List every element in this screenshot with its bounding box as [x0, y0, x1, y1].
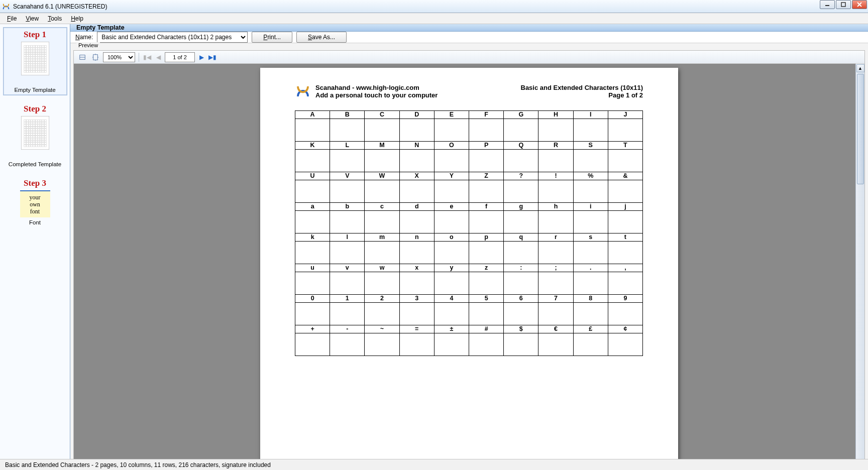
cell-character-label: C	[365, 111, 399, 119]
close-button[interactable]	[852, 0, 867, 9]
grid-cell: ?	[503, 172, 538, 203]
cell-character-label: G	[504, 111, 538, 119]
print-button[interactable]: Print...	[252, 32, 292, 43]
maximize-button[interactable]	[836, 0, 851, 9]
step3-card[interactable]: Step 3 your own font Font	[3, 176, 67, 228]
cell-character-label: U	[295, 172, 330, 180]
minimize-button[interactable]	[820, 0, 835, 9]
cell-character-label: ±	[435, 325, 469, 333]
svg-rect-1	[841, 3, 845, 7]
scroll-thumb[interactable]	[857, 74, 864, 184]
step2-card[interactable]: Step 2 for(let i=0;i<120;i++)document.wr…	[3, 101, 67, 170]
fit-width-icon[interactable]	[77, 52, 88, 62]
grid-cell: z	[469, 264, 504, 295]
scroll-up-icon[interactable]: ▲	[856, 64, 864, 72]
grid-cell: 9	[608, 294, 643, 325]
cell-character-label: 7	[538, 295, 573, 303]
grid-cell: A	[295, 110, 330, 142]
step1-card[interactable]: Step 1 for(let i=0;i<120;i++)document.wr…	[3, 27, 67, 95]
cell-character-label: R	[538, 142, 573, 150]
grid-cell: H	[538, 110, 573, 142]
cell-character-label: P	[469, 142, 503, 150]
cell-character-label: M	[365, 142, 399, 150]
grid-cell: u	[295, 264, 330, 295]
grid-row: KLMNOPQRST	[295, 142, 643, 172]
cell-character-label: 9	[608, 295, 642, 303]
page-right-line1: Basic and Extended Characters (10x11)	[521, 84, 643, 91]
next-page-icon[interactable]: ▶	[197, 54, 206, 61]
step1-thumb: for(let i=0;i<120;i++)document.write('<d…	[21, 42, 49, 75]
menu-view[interactable]: View	[22, 14, 43, 23]
step2-caption: Completed Template	[5, 161, 66, 167]
grid-row: ABCDEFGHIJ	[295, 111, 643, 142]
first-page-icon[interactable]: ▮◀	[143, 54, 152, 61]
grid-cell: t	[608, 233, 643, 264]
grid-cell: o	[434, 233, 469, 264]
cell-character-label: v	[330, 264, 364, 272]
save-as-button[interactable]: Save As...	[296, 32, 347, 43]
grid-cell: y	[434, 264, 469, 295]
grid-cell: l	[330, 233, 365, 264]
grid-cell: M	[364, 141, 399, 172]
grid-cell: &	[608, 172, 643, 203]
grid-cell: Q	[503, 141, 538, 172]
cell-character-label: A	[295, 111, 330, 119]
cell-character-label: e	[435, 203, 469, 211]
app-icon	[2, 3, 10, 11]
cell-character-label: i	[574, 203, 608, 211]
grid-cell: V	[330, 172, 365, 203]
cell-character-label: 5	[469, 295, 503, 303]
cell-character-label: %	[574, 172, 608, 180]
cell-character-label: 8	[574, 295, 608, 303]
template-name-select[interactable]: Basic and Extended Characters (10x11) 2 …	[97, 32, 248, 43]
menu-file[interactable]: File	[3, 14, 21, 23]
fit-page-icon[interactable]	[90, 52, 101, 62]
grid-cell: .	[573, 264, 608, 295]
grid-cell: 4	[434, 294, 469, 325]
cell-character-label: q	[504, 233, 538, 242]
grid-cell: Z	[469, 172, 504, 203]
grid-cell: f	[469, 202, 504, 233]
grid-cell: !	[538, 172, 573, 203]
cell-character-label: &	[608, 172, 642, 180]
cell-character-label: E	[435, 111, 469, 119]
cell-character-label: -	[330, 325, 364, 333]
character-grid: ABCDEFGHIJKLMNOPQRSTUVWXYZ?!%&abcdefghij…	[295, 111, 643, 356]
grid-cell: T	[608, 141, 643, 172]
cell-character-label: s	[574, 233, 608, 242]
grid-cell: C	[364, 110, 399, 142]
template-page: Scanahand - www.high-logic.com Add a per…	[260, 68, 678, 469]
cell-character-label: T	[608, 142, 642, 150]
grid-cell: i	[573, 202, 608, 233]
cell-character-label: !	[538, 172, 573, 180]
statusbar: Basic and Extended Characters - 2 pages,…	[0, 459, 868, 470]
window-titlebar: Scanahand 6.1 (UNREGISTERED)	[0, 0, 868, 13]
prev-page-icon[interactable]: ◀	[154, 54, 163, 61]
cell-character-label: K	[295, 142, 330, 150]
grid-cell: p	[469, 233, 504, 264]
grid-cell: #	[469, 325, 504, 356]
grid-cell: r	[538, 233, 573, 264]
page-right-line2: Page 1 of 2	[521, 91, 643, 99]
cell-character-label: n	[400, 233, 434, 242]
grid-cell: b	[330, 202, 365, 233]
grid-cell: s	[573, 233, 608, 264]
last-page-icon[interactable]: ▶▮	[208, 54, 217, 61]
cell-character-label: Q	[504, 142, 538, 150]
menu-help[interactable]: Help	[67, 14, 87, 23]
grid-cell: +	[295, 325, 330, 356]
step3-caption: Font	[5, 219, 66, 225]
preview-canvas[interactable]: Scanahand - www.high-logic.com Add a per…	[74, 64, 864, 469]
grid-cell: E	[434, 110, 469, 142]
cell-character-label: :	[504, 264, 538, 272]
page-indicator[interactable]	[165, 52, 195, 62]
window-title: Scanahand 6.1 (UNREGISTERED)	[13, 3, 107, 10]
cell-character-label: ¢	[608, 325, 642, 333]
menu-tools[interactable]: Tools	[44, 14, 66, 23]
cell-character-label: l	[330, 233, 364, 242]
preview-scrollbar[interactable]: ▲ ▼	[855, 64, 864, 469]
zoom-select[interactable]: 100%	[103, 52, 135, 62]
grid-cell: 0	[295, 294, 330, 325]
svg-rect-6	[93, 54, 98, 60]
cell-character-label: 1	[330, 295, 364, 303]
